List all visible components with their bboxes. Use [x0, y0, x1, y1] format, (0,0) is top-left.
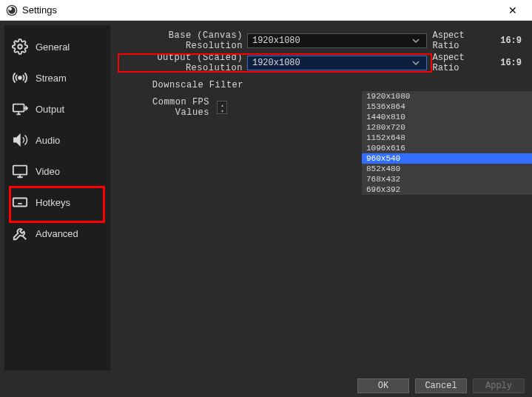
dropdown-option[interactable]: 1096x616 [362, 143, 532, 153]
base-resolution-value: 1920x1080 [252, 36, 300, 46]
cancel-button[interactable]: Cancel [415, 378, 467, 393]
svg-rect-8 [13, 198, 27, 207]
tools-icon [12, 225, 28, 241]
svg-point-5 [18, 76, 21, 79]
output-aspect-ratio: Aspect Ratio 16:9 [433, 53, 522, 73]
apply-button: Apply [473, 378, 525, 393]
dropdown-option[interactable]: 1536x864 [362, 101, 532, 112]
sidebar-item-stream[interactable]: Stream [4, 62, 110, 93]
sidebar-item-hotkeys[interactable]: Hotkeys [4, 187, 110, 218]
base-resolution-select[interactable]: 1920x1080 [247, 33, 427, 48]
sidebar-item-label: Video [36, 166, 60, 177]
output-resolution-value: 1920x1080 [252, 58, 300, 68]
ok-button[interactable]: OK [357, 378, 409, 393]
gear-icon [12, 39, 28, 55]
dropdown-option[interactable]: 1152x648 [362, 133, 532, 143]
svg-rect-6 [13, 104, 24, 112]
dropdown-option[interactable]: 1280x720 [362, 122, 532, 133]
output-resolution-label: Output (Scaled) Resolution [118, 53, 247, 73]
sidebar-item-output[interactable]: Output [4, 93, 110, 124]
sidebar: General Stream Output Audio Video Hotkey… [4, 25, 110, 370]
sidebar-item-general[interactable]: General [4, 31, 110, 62]
sidebar-item-label: General [36, 41, 70, 53]
sidebar-item-label: Output [36, 104, 64, 115]
sidebar-item-label: Hotkeys [36, 197, 70, 208]
base-aspect-ratio: Aspect Ratio 16:9 [433, 30, 522, 51]
dropdown-option[interactable]: 852x480 [362, 164, 532, 174]
sidebar-item-video[interactable]: Video [4, 156, 110, 187]
dropdown-option[interactable]: 1920x1080 [362, 91, 532, 101]
titlebar: Settings ✕ [0, 0, 532, 21]
sidebar-item-label: Stream [36, 73, 67, 84]
monitor-out-icon [12, 101, 28, 117]
sidebar-item-advanced[interactable]: Advanced [4, 218, 110, 249]
dropdown-option[interactable]: 696x392 [362, 184, 532, 195]
base-resolution-label: Base (Canvas) Resolution [118, 30, 247, 51]
obs-logo-icon [6, 4, 18, 16]
broadcast-icon [12, 70, 28, 86]
output-resolution-row: Output (Scaled) Resolution 1920x1080 Asp… [118, 55, 522, 71]
dropdown-option[interactable]: 1440x810 [362, 112, 532, 122]
fps-label: Common FPS Values [118, 97, 214, 118]
chevron-down-icon [410, 59, 422, 67]
dialog-footer: OK Cancel Apply [0, 375, 532, 397]
keyboard-icon [12, 194, 28, 210]
chevron-down-icon [410, 37, 422, 44]
dropdown-option[interactable]: 960x540 [362, 153, 532, 164]
video-settings-panel: Base (Canvas) Resolution 1920x1080 Aspec… [110, 21, 532, 375]
sidebar-item-audio[interactable]: Audio [4, 124, 110, 156]
speaker-icon [12, 132, 28, 148]
svg-point-4 [18, 44, 22, 49]
svg-point-3 [9, 7, 12, 10]
monitor-icon [12, 163, 28, 179]
sidebar-item-label: Advanced [36, 228, 78, 239]
window-title: Settings [22, 4, 57, 16]
dropdown-option[interactable]: 768x432 [362, 174, 532, 184]
downscale-filter-label: Downscale Filter [118, 80, 248, 90]
sidebar-item-label: Audio [36, 135, 60, 146]
output-resolution-select[interactable]: 1920x1080 [247, 56, 427, 70]
fps-mode-spinner[interactable]: ▴▾ [217, 101, 227, 114]
svg-rect-7 [13, 166, 27, 175]
output-resolution-dropdown: 1920x10801536x8641440x8101280x7201152x64… [361, 90, 532, 196]
close-button[interactable]: ✕ [498, 4, 528, 16]
base-resolution-row: Base (Canvas) Resolution 1920x1080 Aspec… [118, 33, 522, 49]
